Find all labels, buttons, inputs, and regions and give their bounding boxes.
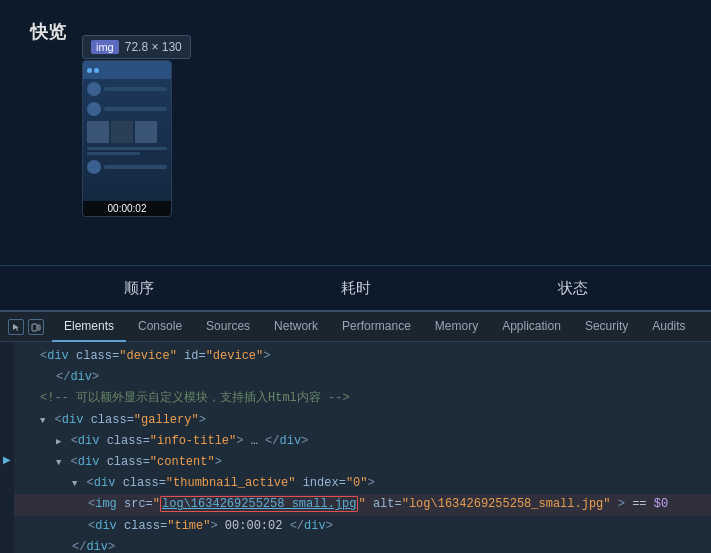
code-line-2: </div> bbox=[0, 367, 711, 388]
svg-rect-0 bbox=[32, 324, 37, 331]
col-status: 状态 bbox=[464, 279, 681, 298]
devtools-body: ▶ <div class="device" id="device"> </div… bbox=[0, 342, 711, 553]
code-line-6: ▼ <div class="content"> bbox=[0, 452, 711, 473]
code-line-8: <img src="log\1634269255258_small.jpg" a… bbox=[0, 494, 711, 515]
thumbnail-card: 00:00:02 bbox=[82, 60, 172, 217]
devtools-content: <div class="device" id="device"> </div> … bbox=[0, 342, 711, 553]
devtools-cursor-icon[interactable] bbox=[8, 319, 24, 335]
code-line-5: ▶ <div class="info-title"> … </div> bbox=[0, 431, 711, 452]
code-line-7: ▼ <div class="thumbnail_active" index="0… bbox=[0, 473, 711, 494]
preview-area: 快览 img 72.8 × 130 bbox=[0, 0, 711, 265]
tab-memory[interactable]: Memory bbox=[423, 312, 490, 342]
devtools-tabs: Elements Console Sources Network Perform… bbox=[0, 312, 711, 342]
code-line-9: <div class="time"> 00:00:02 </div> bbox=[0, 516, 711, 537]
thumbnail-time: 00:00:02 bbox=[83, 201, 171, 216]
code-line-1: <div class="device" id="device"> bbox=[0, 346, 711, 367]
gutter-arrow: ▶ bbox=[0, 454, 14, 465]
tab-audits[interactable]: Audits bbox=[640, 312, 697, 342]
tooltip-size: 72.8 × 130 bbox=[125, 40, 182, 54]
col-order: 顺序 bbox=[30, 279, 247, 298]
devtools-gutter: ▶ bbox=[0, 342, 14, 553]
tab-elements[interactable]: Elements bbox=[52, 312, 126, 342]
col-duration: 耗时 bbox=[247, 279, 464, 298]
tooltip-tag: img bbox=[91, 40, 119, 54]
code-line-3: <!-- 可以额外显示自定义模块，支持插入Html内容 --> bbox=[0, 388, 711, 409]
devtools-device-icon[interactable] bbox=[28, 319, 44, 335]
tab-security[interactable]: Security bbox=[573, 312, 640, 342]
thumbnail-preview bbox=[83, 61, 171, 201]
tab-sources[interactable]: Sources bbox=[194, 312, 262, 342]
code-line-4: ▼ <div class="gallery"> bbox=[0, 410, 711, 431]
tab-performance[interactable]: Performance bbox=[330, 312, 423, 342]
tab-application[interactable]: Application bbox=[490, 312, 573, 342]
tab-console[interactable]: Console bbox=[126, 312, 194, 342]
devtools-panel: Elements Console Sources Network Perform… bbox=[0, 310, 711, 553]
table-header: 顺序 耗时 状态 bbox=[0, 265, 711, 310]
tab-network[interactable]: Network bbox=[262, 312, 330, 342]
code-line-10: </div> bbox=[0, 537, 711, 553]
devtools-icons bbox=[8, 312, 44, 341]
img-src-link[interactable]: log\1634269255258_small.jpg bbox=[160, 496, 358, 512]
svg-rect-1 bbox=[38, 325, 40, 330]
element-tooltip: img 72.8 × 130 bbox=[82, 35, 191, 59]
